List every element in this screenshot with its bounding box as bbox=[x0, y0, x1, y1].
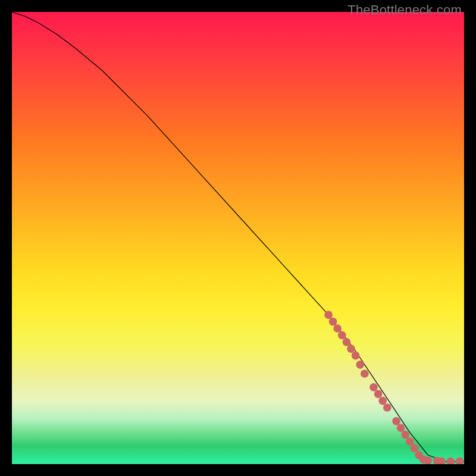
highlight-dot bbox=[338, 331, 346, 340]
highlight-dot bbox=[406, 437, 414, 446]
highlight-dot bbox=[352, 352, 360, 360]
highlight-dot bbox=[333, 324, 342, 333]
plot-area bbox=[12, 12, 464, 464]
highlight-dot bbox=[356, 361, 364, 369]
curve-line bbox=[12, 12, 464, 462]
highlight-dot bbox=[401, 431, 409, 439]
highlight-dot bbox=[324, 311, 333, 319]
highlight-dot bbox=[383, 403, 392, 412]
chart-svg bbox=[12, 12, 464, 464]
highlight-dot bbox=[378, 397, 387, 405]
chart-container: TheBottleneck.com bbox=[0, 0, 476, 476]
highlight-dot bbox=[456, 458, 464, 464]
highlight-dot bbox=[446, 458, 455, 464]
highlight-dot bbox=[369, 383, 378, 392]
highlight-dot bbox=[329, 318, 337, 326]
highlight-dots-group bbox=[324, 311, 464, 464]
highlight-dot bbox=[343, 338, 351, 346]
watermark-text: TheBottleneck.com bbox=[347, 2, 462, 18]
highlight-dot bbox=[361, 369, 369, 378]
highlight-dot bbox=[411, 444, 419, 453]
highlight-dot bbox=[347, 345, 355, 353]
highlight-dot bbox=[392, 417, 400, 425]
highlight-dot bbox=[374, 390, 383, 398]
highlight-dot bbox=[397, 424, 405, 432]
